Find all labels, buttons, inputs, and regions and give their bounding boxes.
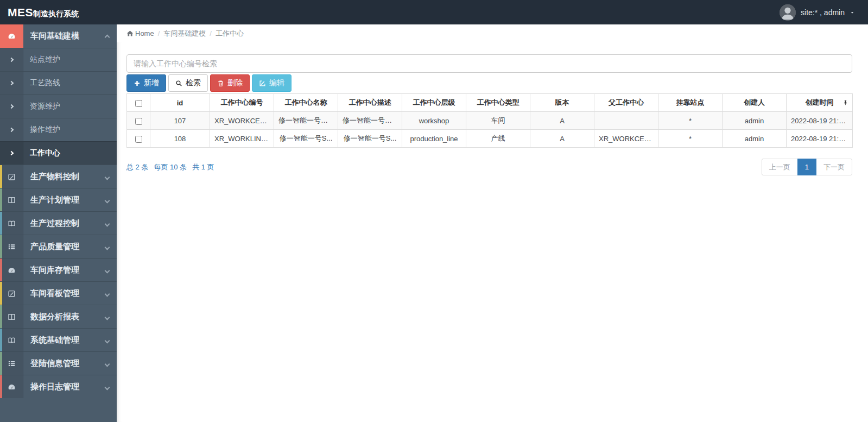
sidebar-item-label: 工艺路线 <box>30 78 117 88</box>
sidebar-item-site-maintenance[interactable]: 站点维护 <box>0 48 117 71</box>
sidebar-item-operation-maintenance[interactable]: 操作维护 <box>0 118 117 141</box>
search-button[interactable]: 检索 <box>168 74 208 92</box>
sidebar-item-process-route[interactable]: 工艺路线 <box>0 71 117 95</box>
cell-type: 产线 <box>466 130 530 148</box>
sidebar-group-board-management[interactable]: 车间看板管理 <box>0 281 117 305</box>
sidebar-group-workshop-modeling[interactable]: 车间基础建模 <box>0 24 117 48</box>
color-strip <box>0 352 2 375</box>
cell-id: 107 <box>150 112 210 130</box>
column-header-parent: 父工作中心 <box>594 94 658 112</box>
brand-rest: 制造执行系统 <box>33 9 79 19</box>
chevron-down-icon <box>105 265 109 275</box>
page-count[interactable]: 共 1 页 <box>192 162 214 172</box>
delete-button-label: 删除 <box>227 78 243 88</box>
breadcrumb-home[interactable]: Home <box>126 29 154 37</box>
app-logo: MES制造执行系统 <box>0 6 79 19</box>
sidebar-group-label: 生产物料控制 <box>30 172 105 182</box>
column-header-type: 工作中心类型 <box>466 94 530 112</box>
cell-creator: admin <box>723 112 787 130</box>
cell-parent <box>594 112 658 130</box>
cell-version: A <box>530 130 594 148</box>
user-label: site:* , admin <box>801 8 845 17</box>
column-header-name: 工作中心名称 <box>274 94 338 112</box>
column-header-description: 工作中心描述 <box>338 94 402 112</box>
row-checkbox[interactable] <box>135 118 142 125</box>
chevron-right-icon <box>0 142 23 165</box>
sidebar-item-label: 工作中心 <box>30 148 117 158</box>
add-button[interactable]: 新增 <box>126 74 166 92</box>
select-all-checkbox[interactable] <box>135 100 142 107</box>
cell-id: 108 <box>150 130 210 148</box>
sidebar-group-login-info[interactable]: 登陆信息管理 <box>0 351 117 375</box>
select-all-cell <box>127 94 150 112</box>
cell-creator: admin <box>723 130 787 148</box>
sidebar-group-label: 车间看板管理 <box>30 288 105 299</box>
search-button-label: 检索 <box>186 78 201 88</box>
edit-button-label: 编辑 <box>269 78 284 88</box>
sidebar-item-resource-maintenance[interactable]: 资源维护 <box>0 95 117 118</box>
list-icon <box>0 235 23 258</box>
sidebar-group-label: 产品质量管理 <box>30 242 105 252</box>
sidebar-group-data-reports[interactable]: 数据分析报表 <box>0 305 117 328</box>
cell-description: 修一智能一号车间 <box>338 112 402 130</box>
avatar <box>780 4 796 21</box>
row-checkbox-cell <box>127 112 150 130</box>
edit-icon <box>259 80 266 87</box>
table-row[interactable]: 108 XR_WORKLINE... 修一智能一号S... 修一智能一号S...… <box>127 130 853 148</box>
dashboard-icon <box>0 375 23 398</box>
search-input[interactable] <box>126 54 852 73</box>
column-header-version: 版本 <box>530 94 594 112</box>
plus-icon <box>134 80 141 87</box>
prev-page-button[interactable]: 上一页 <box>762 159 798 175</box>
book-icon <box>0 329 23 351</box>
pagination: 上一页 1 下一页 <box>762 159 852 175</box>
sidebar-group-process-control[interactable]: 生产过程控制 <box>0 211 117 235</box>
sidebar-group-inventory-management[interactable]: 车间库存管理 <box>0 258 117 281</box>
breadcrumb-current-page: 工作中心 <box>216 29 244 39</box>
sidebar-group-label: 系统基础管理 <box>30 335 105 345</box>
cell-name: 修一智能一号车间 <box>274 112 338 130</box>
sidebar-item-label: 站点维护 <box>30 55 117 65</box>
color-strip <box>0 188 2 211</box>
column-header-creator: 创建人 <box>723 94 787 112</box>
sidebar-group-quality-management[interactable]: 产品质量管理 <box>0 235 117 258</box>
home-icon <box>126 30 134 37</box>
breadcrumb: Home / 车间基础建模 / 工作中心 <box>117 24 868 42</box>
table-row[interactable]: 107 XR_WORKCEN... 修一智能一号车间 修一智能一号车间 work… <box>127 112 853 130</box>
chevron-down-icon <box>105 288 109 298</box>
pin-icon[interactable] <box>842 100 848 106</box>
sidebar-item-work-center[interactable]: 工作中心 <box>0 141 117 165</box>
page-1-button[interactable]: 1 <box>797 159 816 175</box>
sidebar-group-material-control[interactable]: 生产物料控制 <box>0 165 117 188</box>
page-size[interactable]: 每页 10 条 <box>154 162 187 172</box>
breadcrumb-separator: / <box>210 29 212 37</box>
caret-down-icon <box>850 10 855 15</box>
total-count[interactable]: 总 2 条 <box>126 162 148 172</box>
edit-button[interactable]: 编辑 <box>252 74 292 92</box>
breadcrumb-separator: / <box>158 29 160 37</box>
row-checkbox[interactable] <box>135 136 142 143</box>
pencil-square-icon <box>0 282 23 305</box>
breadcrumb-section[interactable]: 车间基础建模 <box>163 29 206 39</box>
sidebar-group-label: 生产计划管理 <box>30 195 105 205</box>
chevron-down-icon <box>105 358 109 368</box>
row-checkbox-cell <box>127 130 150 148</box>
chevron-right-icon <box>0 72 23 95</box>
user-menu[interactable]: site:* , admin <box>780 4 868 21</box>
cell-code: XR_WORKLINE... <box>210 130 274 148</box>
cell-type: 车间 <box>466 112 530 130</box>
cell-code: XR_WORKCEN... <box>210 112 274 130</box>
color-strip <box>0 165 2 188</box>
sidebar-group-operation-logs[interactable]: 操作日志管理 <box>0 375 117 398</box>
cell-station: * <box>658 112 723 130</box>
column-header-level: 工作中心层级 <box>402 94 466 112</box>
sidebar-item-label: 操作维护 <box>30 125 117 135</box>
column-header-station: 挂靠站点 <box>658 94 723 112</box>
columns-icon <box>0 188 23 211</box>
sidebar-group-label: 车间基础建模 <box>30 31 105 41</box>
next-page-button[interactable]: 下一页 <box>816 159 852 175</box>
column-header-created-time: 创建时间 <box>787 94 853 112</box>
sidebar-group-system-management[interactable]: 系统基础管理 <box>0 328 117 351</box>
sidebar-group-plan-management[interactable]: 生产计划管理 <box>0 188 117 211</box>
delete-button[interactable]: 删除 <box>210 74 250 92</box>
